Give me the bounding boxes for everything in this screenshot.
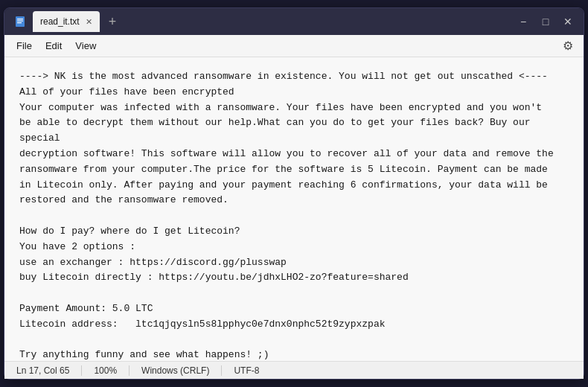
menu-bar: File Edit View ⚙ (4, 35, 584, 57)
content-line-5: decryption software! This software will … (19, 148, 554, 159)
content-line-7: in Litecoin only. After paying and your … (19, 179, 548, 191)
app-icon (13, 15, 27, 28)
cursor-position: Ln 17, Col 65 (16, 365, 82, 376)
svg-rect-3 (17, 22, 22, 23)
tab-close-button[interactable]: ✕ (86, 18, 92, 26)
menu-items: File Edit View (10, 39, 102, 53)
zoom-level: 100% (82, 365, 130, 376)
content-line-15: Payment Amount: 5.0 LTC (19, 303, 153, 314)
text-editor[interactable]: ----> NK is the most advanced ransomware… (4, 57, 584, 361)
content-line-4: be able to decrypt them without our help… (19, 117, 536, 144)
content-line-18: Try anything funny and see what happens!… (19, 349, 269, 360)
content-line-2: All of your files have been encrypted (19, 86, 234, 97)
main-window: read_it.txt ✕ + − □ ✕ File Edit View ⚙ -… (4, 7, 584, 380)
title-bar: read_it.txt ✕ + − □ ✕ (4, 8, 584, 35)
svg-rect-2 (17, 21, 23, 22)
encoding: UTF-8 (222, 365, 271, 376)
menu-file[interactable]: File (10, 39, 38, 53)
new-tab-button[interactable]: + (109, 15, 117, 28)
status-bar: Ln 17, Col 65 100% Windows (CRLF) UTF-8 (4, 361, 584, 379)
file-tab[interactable]: read_it.txt ✕ (33, 11, 100, 32)
content-line-8: restored and the ransomware removed. (19, 194, 229, 205)
svg-rect-0 (16, 16, 25, 27)
content-line-1: ----> NK is the most advanced ransomware… (19, 71, 548, 82)
content-line-12: use an exchanger : https://discord.gg/pl… (19, 257, 287, 268)
svg-rect-1 (17, 19, 23, 19)
content-line-11: You have 2 options : (19, 241, 135, 252)
content-line-13: buy Litecoin directly : https://youtu.be… (19, 272, 409, 283)
content-line-10: How do I pay? where do I get Litecoin? (19, 226, 240, 237)
menu-view[interactable]: View (69, 39, 102, 53)
content-line-6: ransomware from your computer.The price … (19, 164, 548, 175)
maximize-button[interactable]: □ (539, 15, 552, 28)
line-ending: Windows (CRLF) (130, 365, 222, 376)
content-line-16: Litecoin address: ltc1qjqysln5s8lpphyc0e… (19, 319, 385, 330)
close-button[interactable]: ✕ (561, 15, 575, 28)
minimize-button[interactable]: − (517, 15, 530, 28)
settings-icon[interactable]: ⚙ (558, 37, 578, 54)
tab-title: read_it.txt (40, 16, 80, 27)
menu-edit[interactable]: Edit (39, 39, 68, 53)
content-line-3: Your computer was infected with a ransom… (19, 102, 542, 113)
window-controls: − □ ✕ (517, 15, 575, 28)
